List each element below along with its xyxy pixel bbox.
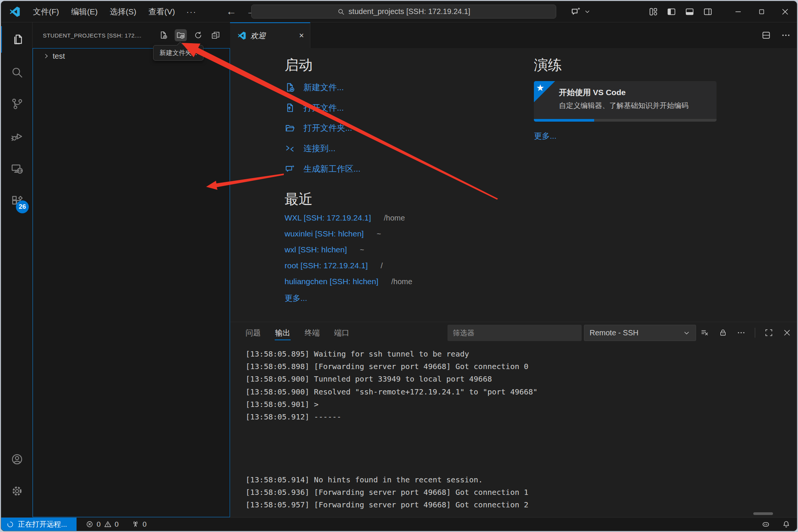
start-open-file-link[interactable]: 打开文件... [285,102,344,114]
recent-link[interactable]: WXL [SSH: 172.19.24.1] [285,213,371,222]
vscode-window: 文件(F) 编辑(E) 选择(S) 查看(V) ··· ← → student_… [1,1,797,531]
split-editor-icon[interactable] [761,30,771,40]
toggle-panel-icon[interactable] [685,7,695,17]
start-link-label: 新建文件... [304,82,344,93]
recent-item[interactable]: wxl [SSH: hlchen] ~ [285,245,364,254]
panel-tab-ports[interactable]: 端口 [327,322,357,343]
window-minimize-button[interactable] [726,1,750,22]
history-back-button[interactable]: ← [226,6,236,17]
close-icon [781,7,790,16]
customize-layout-icon[interactable] [648,7,658,17]
minimize-icon [734,8,742,16]
menu-more-button[interactable]: ··· [181,5,202,19]
recent-link[interactable]: wxl [SSH: hlchen] [285,245,347,254]
ports-status[interactable]: 0 [131,520,147,529]
tab-close-button[interactable]: × [299,31,304,41]
toggle-primary-sidebar-icon[interactable] [667,7,676,17]
activity-bar: 26 [1,22,33,517]
activity-settings[interactable] [1,478,33,504]
start-new-file-link[interactable]: 新建文件... [285,82,344,93]
chat-sparkle-icon [285,164,295,174]
tab-welcome[interactable]: 欢迎 × [230,22,310,48]
command-center-search[interactable]: student_projects [SSH: 172.19.24.1] [251,5,556,19]
menu-view[interactable]: 查看(V) [142,4,181,19]
recent-item[interactable]: huliangchen [SSH: hlchen] /home [285,277,412,286]
walkthrough-title: 开始使用 VS Code [559,87,626,98]
recent-path: /home [391,277,413,286]
refresh-button[interactable] [192,29,204,41]
explorer-header: STUDENT_PROJECTS [SSH: 172.... [33,22,230,48]
toggle-secondary-sidebar-icon[interactable] [703,7,713,17]
maximize-panel-icon[interactable] [764,328,773,337]
new-folder-button[interactable] [175,29,187,41]
walkthrough-more-link[interactable]: 更多... [534,131,557,141]
start-new-workspace-link[interactable]: 生成新工作区... [285,163,360,175]
close-panel-icon[interactable] [782,328,792,337]
walkthrough-card[interactable]: ★ 开始使用 VS Code 自定义编辑器、了解基础知识并开始编码 [534,81,717,122]
new-file-icon [285,82,295,93]
featured-star-badge: ★ [534,81,555,102]
activity-search[interactable] [1,59,33,86]
recent-item[interactable]: WXL [SSH: 172.19.24.1] /home [285,213,405,222]
window-close-button[interactable] [773,1,797,22]
copilot-status-icon[interactable] [761,520,770,529]
activity-run-debug[interactable] [1,123,33,150]
source-control-icon [11,97,23,110]
recent-link[interactable]: huliangchen [SSH: hlchen] [285,277,379,286]
open-folder-icon [285,123,295,133]
activity-extensions[interactable]: 26 [1,188,33,214]
recent-link[interactable]: root [SSH: 172.19.24.1] [285,261,368,270]
log-line: [13:58:05.912] ------ [246,412,789,425]
more-actions-icon[interactable] [737,328,746,337]
more-actions-icon[interactable] [781,30,791,40]
activity-explorer[interactable] [1,26,33,53]
walkthrough-heading: 演练 [534,56,562,75]
lock-icon[interactable] [718,328,728,337]
activity-remote-explorer[interactable] [1,156,33,182]
new-file-button[interactable] [157,29,169,41]
scrollbar-thumb[interactable] [753,512,773,515]
run-debug-icon [11,130,23,143]
walkthrough-progress-track [534,119,717,122]
tab-label: 欢迎 [250,31,294,41]
start-connect-to-link[interactable]: 连接到... [285,143,335,154]
bell-icon[interactable] [782,520,791,529]
log-line: [13:58:05.900] Resolved "ssh-remote+172.… [246,387,789,400]
panel-tab-output[interactable]: 输出 [268,322,297,343]
panel-tab-problems[interactable]: 问题 [238,322,268,343]
new-folder-tooltip: 新建文件夹... [153,45,203,61]
menu-selection[interactable]: 选择(S) [104,4,142,19]
recent-item[interactable]: root [SSH: 172.19.24.1] / [285,261,383,270]
log-line: [13:58:05.957] [Forwarding server port 4… [246,500,789,513]
divider [755,328,755,338]
search-value: student_projects [SSH: 172.19.24.1] [349,7,470,16]
problems-status[interactable]: 0 0 [86,520,119,529]
menu-file[interactable]: 文件(F) [27,4,65,19]
radio-tower-icon [131,520,139,528]
editor-tab-bar: 欢迎 × [230,22,797,48]
log-line: [13:58:05.900] Tunneled port 33949 to lo… [246,374,789,387]
output-log[interactable]: [13:58:05.895] Waiting for ssh tunnel to… [246,349,789,513]
window-maximize-button[interactable] [750,1,773,22]
menu-edit[interactable]: 编辑(E) [65,4,104,19]
remote-status-button[interactable]: 正在打开远程... [1,518,77,531]
output-filter-input[interactable] [448,325,582,341]
panel-tab-terminal[interactable]: 终端 [297,322,327,343]
status-bar: 正在打开远程... 0 0 0 [1,517,797,531]
activity-account[interactable] [1,446,33,473]
copilot-chat-icon[interactable] [570,6,582,17]
recent-link[interactable]: wuxinlei [SSH: hlchen] [285,229,364,238]
activity-source-control[interactable] [1,91,33,117]
chevron-down-icon[interactable] [584,8,591,15]
output-channel-select[interactable]: Remote - SSH [584,325,696,341]
recent-path: ~ [360,246,365,254]
clear-output-icon[interactable] [700,328,709,337]
start-open-folder-link[interactable]: 打开文件夹... [285,122,352,134]
recent-item[interactable]: wuxinlei [SSH: hlchen] ~ [285,229,381,238]
recent-more-link[interactable]: 更多... [285,293,307,304]
recent-heading: 最近 [285,190,313,209]
log-line: [13:58:05.898] [Forwarding server port 4… [246,362,789,374]
collapse-all-button[interactable] [210,29,222,41]
open-file-icon [285,103,295,113]
account-icon [11,453,23,466]
